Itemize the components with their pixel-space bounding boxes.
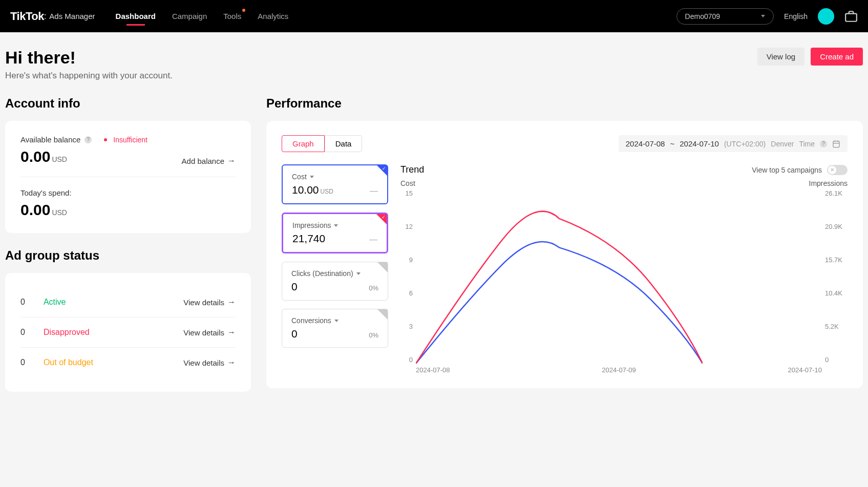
chart-line-impressions — [416, 211, 703, 364]
svg-rect-0 — [845, 13, 857, 21]
status-count: 0 — [20, 328, 25, 337]
header-actions: View log Create ad — [757, 48, 863, 66]
date-range-picker[interactable]: 2024-07-08 ~ 2024-07-10 (UTC+02:00) Denv… — [619, 135, 848, 152]
view-details-link[interactable]: View details → — [183, 358, 236, 367]
right-axis-label: Impressions — [809, 179, 848, 187]
account-info-title: Account info — [5, 96, 251, 111]
info-icon[interactable]: ? — [820, 140, 827, 147]
status-count: 0 — [20, 298, 25, 307]
chart-line-cost — [416, 242, 703, 364]
perf-tabs: Graph Data — [282, 135, 362, 152]
metric-card-conversions[interactable]: Conversions 0 0% — [282, 309, 388, 348]
page-title: Hi there! — [5, 48, 173, 68]
metric-card-clicks[interactable]: Clicks (Destination) 0 0% — [282, 262, 388, 301]
check-icon: ✓ — [382, 166, 386, 171]
view-details-link[interactable]: View details → — [183, 328, 236, 337]
performance-title: Performance — [266, 96, 863, 111]
nav-tools-label: Tools — [223, 12, 241, 20]
view-details-label: View details — [183, 328, 224, 337]
y-axis-right: 26.1K20.9K15.7K10.4K5.2K0 — [825, 189, 848, 364]
performance-card: Graph Data 2024-07-08 ~ 2024-07-10 (UTC+… — [266, 121, 863, 388]
metric-delta: — — [369, 235, 377, 244]
metric-column: ✓ Cost 10.00USD — — [282, 164, 388, 374]
trend-chart: 15129630 26.1K20.9K15.7K10.4K5.2K0 2024-… — [400, 189, 848, 374]
trend-column: Trend View top 5 campaigns ✕ Cost Impres… — [400, 164, 848, 374]
x-tick: 2024-07-08 — [416, 366, 450, 374]
date-from: 2024-07-08 — [626, 139, 665, 148]
y-tick: 20.9K — [825, 223, 848, 230]
svg-rect-1 — [833, 141, 839, 147]
y-tick: 0 — [400, 356, 413, 364]
status-label: Out of budget — [44, 358, 93, 367]
y-tick: 3 — [400, 323, 413, 330]
ad-group-title: Ad group status — [5, 248, 251, 263]
available-balance-label: Available balance — [20, 135, 80, 144]
balance-currency: USD — [52, 155, 67, 163]
balance-amount: 0.00 — [20, 148, 50, 165]
corner-icon — [377, 309, 388, 320]
header-right: Demo0709 English — [676, 8, 858, 25]
spend-amount: 0.00 — [20, 201, 50, 218]
view-details-label: View details — [183, 358, 224, 367]
nav-dashboard[interactable]: Dashboard — [116, 2, 156, 31]
language-selector[interactable]: English — [784, 12, 808, 20]
view-log-button[interactable]: View log — [757, 48, 805, 66]
create-ad-button[interactable]: Create ad — [811, 48, 863, 66]
y-tick: 26.1K — [825, 189, 848, 197]
y-tick: 6 — [400, 289, 413, 297]
account-selector[interactable]: Demo0709 — [676, 8, 774, 25]
arrow-right-icon: → — [227, 358, 236, 367]
y-tick: 0 — [825, 356, 848, 364]
nav-campaign[interactable]: Campaign — [172, 2, 207, 31]
add-balance-label: Add balance — [182, 157, 224, 165]
metric-value: 21,740 — [292, 232, 325, 245]
avatar[interactable] — [818, 8, 834, 25]
nav-tools[interactable]: Tools — [223, 2, 241, 31]
corner-icon — [377, 262, 388, 272]
y-axis-left: 15129630 — [400, 189, 413, 364]
x-axis: 2024-07-082024-07-092024-07-10 — [416, 366, 822, 374]
status-row: 0 Active View details → — [20, 287, 236, 317]
chevron-down-icon — [334, 224, 338, 227]
metric-label: Impressions — [292, 221, 331, 229]
chart-canvas — [416, 189, 703, 364]
notification-dot-icon — [242, 9, 245, 12]
today-spend-label: Today's spend: — [20, 188, 236, 197]
metric-label: Clicks (Destination) — [291, 269, 353, 278]
view-details-link[interactable]: View details → — [183, 298, 236, 307]
chevron-down-icon — [761, 15, 765, 17]
briefcase-icon[interactable] — [844, 10, 858, 23]
timezone-offset: (UTC+02:00) — [724, 140, 766, 148]
status-row: 0 Disapproved View details → — [20, 317, 236, 348]
tab-data[interactable]: Data — [325, 135, 363, 152]
date-separator: ~ — [670, 139, 674, 148]
account-name: Demo0709 — [685, 12, 721, 20]
nav-analytics[interactable]: Analytics — [258, 2, 288, 31]
status-row: 0 Out of budget View details → — [20, 348, 236, 377]
metric-delta: — — [370, 186, 378, 196]
metric-delta: 0% — [369, 331, 378, 339]
info-icon[interactable]: ? — [84, 136, 92, 143]
account-info-card: Available balance ? Insufficient 0.00USD… — [5, 121, 251, 233]
status-label: Disapproved — [44, 328, 90, 337]
metric-card-impressions[interactable]: ✓ Impressions 21,740 — — [282, 213, 388, 253]
top-campaigns-toggle[interactable]: ✕ — [827, 165, 848, 175]
x-tick: 2024-07-10 — [788, 366, 822, 374]
page-header: Hi there! Here's what's happening with y… — [5, 48, 863, 81]
trend-title: Trend — [400, 164, 424, 175]
x-tick: 2024-07-09 — [602, 366, 636, 374]
greeting: Hi there! Here's what's happening with y… — [5, 48, 173, 81]
status-count: 0 — [20, 358, 25, 367]
metric-card-cost[interactable]: ✓ Cost 10.00USD — — [282, 164, 388, 204]
left-axis-label: Cost — [400, 179, 415, 187]
tab-graph[interactable]: Graph — [282, 135, 325, 152]
chevron-down-icon — [334, 320, 338, 322]
toggle-knob-icon: ✕ — [828, 166, 836, 174]
y-tick: 5.2K — [825, 323, 848, 330]
ad-group-card: 0 Active View details → 0 Disapproved Vi… — [5, 273, 251, 392]
arrow-right-icon: → — [227, 298, 236, 307]
add-balance-link[interactable]: Add balance → — [182, 156, 236, 165]
arrow-right-icon: → — [227, 328, 236, 337]
status-label: Active — [44, 298, 66, 307]
top-header: TikTok: Ads Manager Dashboard Campaign T… — [0, 0, 868, 32]
